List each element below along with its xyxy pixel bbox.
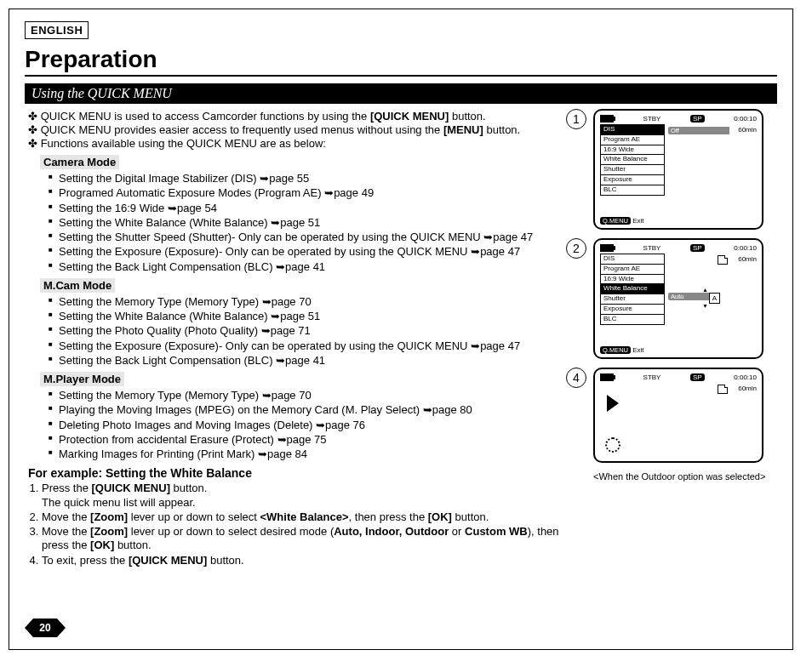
list-item: Setting the Exposure (Exposure)- Only ca…: [49, 339, 581, 353]
list-item: Setting the Back Light Compensation (BLC…: [49, 260, 581, 274]
list-item: Setting the White Balance (White Balance…: [49, 310, 581, 323]
screen-panel-2: 2 STBY SP 0:00:10 60min DISProgram AE16:…: [593, 238, 777, 359]
quick-menu-item: Program AE: [600, 134, 665, 145]
section-heading: Using the QUICK MENU: [25, 83, 777, 104]
triangle-up-icon: ▲: [702, 287, 708, 293]
list-item: Setting the Memory Type (Memory Type) ➥p…: [49, 295, 581, 309]
sp-badge: SP: [690, 373, 705, 381]
intro-block: ✤ QUICK MENU is used to access Camcorder…: [25, 110, 581, 150]
text: QUICK MENU provides easier access to fre…: [41, 123, 443, 136]
quick-menu-item: 16:9 Wide: [600, 145, 665, 155]
intro-line: ✤ QUICK MENU provides easier access to f…: [28, 123, 581, 136]
stby-label: STBY: [643, 244, 661, 252]
battery-icon: [600, 373, 614, 381]
list-item: Setting the Shutter Speed (Shutter)- Onl…: [49, 231, 581, 244]
page-number-badge: 20: [25, 619, 66, 637]
screen-top-bar: STBY SP 0:00:10: [600, 373, 757, 381]
page-title: Preparation: [25, 43, 777, 77]
content-row: ✤ QUICK MENU is used to access Camcorder…: [25, 109, 777, 568]
panel-number: 1: [566, 109, 586, 129]
quick-menu-item: BLC: [600, 314, 665, 325]
quick-menu-item: Program AE: [600, 264, 665, 274]
screen-top-bar: STBY SP 0:00:10: [600, 115, 757, 123]
quick-menu-item: BLC: [600, 185, 665, 196]
step: Press the [QUICK MENU] button. The quick…: [42, 482, 581, 510]
example-steps: Press the [QUICK MENU] button. The quick…: [28, 482, 581, 567]
sp-badge: SP: [690, 115, 705, 123]
lcd-screen: STBY SP 0:00:10 60min DISProgram AE16:9 …: [593, 109, 763, 230]
list-item: Setting the Photo Quality (Photo Quality…: [49, 324, 581, 338]
text: [MENU]: [443, 123, 483, 136]
exit-label: Exit: [632, 346, 643, 354]
step: Move the [Zoom] lever up or down to sele…: [42, 510, 581, 524]
quick-menu-item: 16:9 Wide: [600, 274, 665, 284]
stby-label: STBY: [643, 373, 661, 381]
list-item: Setting the Memory Type (Memory Type) ➥p…: [49, 389, 581, 402]
screen-bottom: Q.MENU Exit: [600, 217, 644, 225]
language-box: ENGLISH: [25, 21, 89, 39]
battery-icon: [600, 244, 614, 252]
text: QUICK MENU is used to access Camcorder f…: [41, 110, 370, 123]
step: Move the [Zoom] lever up or down to sele…: [42, 525, 581, 553]
list-item: Marking Images for Printing (Print Mark)…: [49, 448, 581, 461]
time-label: 0:00:10: [734, 244, 757, 252]
value-pill: Auto: [668, 293, 709, 300]
screen-top-bar: STBY SP 0:00:10: [600, 244, 757, 252]
figure-caption: <When the Outdoor option was selected>: [593, 471, 777, 482]
mode-mplayer-tag: M.Player Mode: [40, 372, 124, 386]
time-label: 0:00:10: [734, 373, 757, 381]
quick-menu-item: Shutter: [600, 164, 665, 174]
page: ENGLISH Preparation Using the QUICK MENU…: [9, 9, 793, 650]
example-heading: For example: Setting the White Balance: [28, 466, 581, 480]
mcam-mode-list: Setting the Memory Type (Memory Type) ➥p…: [49, 295, 581, 368]
mode-mcam-tag: M.Cam Mode: [40, 278, 115, 293]
quick-menu-item: Exposure: [600, 304, 665, 314]
time-label: 0:00:10: [734, 115, 757, 123]
screen-bottom: Q.MENU Exit: [600, 346, 644, 354]
minutes-label: 60min: [738, 126, 757, 134]
panel-number: 2: [566, 238, 586, 259]
quick-menu-list: DISProgram AE16:9 WideWhite BalanceShutt…: [600, 124, 757, 196]
left-column: ✤ QUICK MENU is used to access Camcorder…: [25, 109, 581, 568]
quick-menu-item: Shutter: [600, 294, 665, 304]
text: Functions available using the QUICK MENU…: [41, 137, 326, 150]
page-number-text: 20: [39, 622, 51, 634]
list-item: Protection from accidental Erasure (Prot…: [49, 433, 581, 447]
mode-camera-tag: Camera Mode: [40, 155, 119, 169]
list-item: Playing the Moving Images (MPEG) on the …: [49, 403, 581, 417]
quick-menu-item: DIS: [600, 124, 665, 134]
minutes-label: 60min: [738, 255, 757, 263]
panel-number: 4: [566, 368, 586, 388]
quick-menu-item: Exposure: [600, 174, 665, 185]
screen-panel-4: 4 STBY SP 0:00:10 60min: [593, 368, 777, 463]
intro-line: ✤ Functions available using the QUICK ME…: [28, 137, 581, 150]
text: [QUICK MENU]: [370, 110, 449, 123]
cursor-icon: [607, 395, 619, 412]
camera-mode-list: Setting the Digital Image Stabilizer (DI…: [49, 172, 581, 274]
list-item: Deleting Photo Images and Moving Images …: [49, 419, 581, 432]
screen-panel-1: 1 STBY SP 0:00:10 60min DISProgram AE16:…: [593, 109, 777, 230]
right-column: 1 STBY SP 0:00:10 60min DISProgram AE16:…: [593, 109, 777, 568]
quick-menu-list: DISProgram AE16:9 WideWhite BalanceShutt…: [600, 254, 757, 325]
qmenu-tag: Q.MENU: [600, 217, 631, 225]
stby-label: STBY: [643, 115, 661, 123]
list-item: Setting the Back Light Compensation (BLC…: [49, 354, 581, 368]
list-item: Setting the 16:9 Wide ➥page 54: [49, 202, 581, 215]
card-icon: [718, 255, 728, 265]
mplayer-mode-list: Setting the Memory Type (Memory Type) ➥p…: [49, 389, 581, 461]
intro-line: ✤ QUICK MENU is used to access Camcorder…: [28, 110, 581, 123]
text: button.: [449, 110, 485, 123]
value-pill: Off: [668, 127, 729, 134]
card-icon: [718, 385, 728, 394]
list-item: Setting the Digital Image Stabilizer (DI…: [49, 172, 581, 185]
exit-label: Exit: [632, 217, 643, 225]
sp-badge: SP: [690, 244, 705, 252]
value-badge: A: [709, 293, 720, 304]
battery-icon: [600, 115, 614, 123]
lcd-screen: STBY SP 0:00:10 60min DISProgram AE16:9 …: [593, 238, 763, 359]
step: To exit, press the [QUICK MENU] button.: [42, 554, 581, 567]
list-item: Programed Automatic Exposure Modes (Prog…: [49, 186, 581, 200]
step-sub: The quick menu list will appear.: [42, 496, 196, 509]
triangle-down-icon: ▼: [702, 303, 708, 309]
lcd-screen: STBY SP 0:00:10 60min: [593, 368, 763, 463]
